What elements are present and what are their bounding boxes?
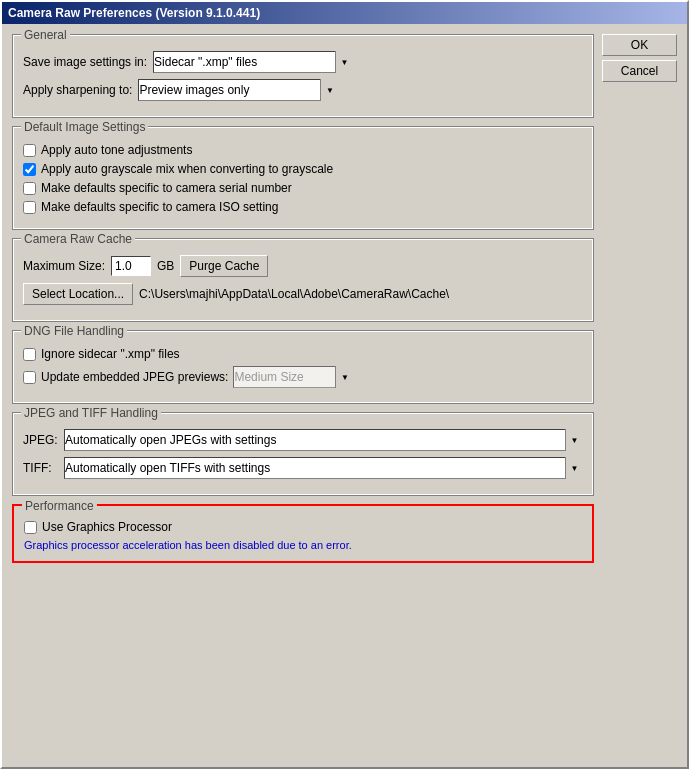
save-combo[interactable]: Sidecar ".xmp" files Camera Raw Database xyxy=(153,51,353,73)
performance-title: Performance xyxy=(22,499,97,513)
buttons-area: OK Cancel xyxy=(602,34,677,757)
sharpen-combo-wrapper: Preview images only All images ▼ xyxy=(138,79,338,101)
jpeg-combo[interactable]: Automatically open JPEGs with settings A… xyxy=(64,429,583,451)
general-group: General Save image settings in: Sidecar … xyxy=(12,34,594,118)
default-image-title: Default Image Settings xyxy=(21,120,148,134)
dng-title: DNG File Handling xyxy=(21,324,127,338)
cache-group: Camera Raw Cache Maximum Size: GB Purge … xyxy=(12,238,594,322)
update-jpeg-row: Update embedded JPEG previews: Medium Si… xyxy=(23,366,583,388)
cache-title: Camera Raw Cache xyxy=(21,232,135,246)
camera-serial-label: Make defaults specific to camera serial … xyxy=(41,181,292,195)
cache-path: C:\Users\majhi\AppData\Local\Adobe\Camer… xyxy=(139,287,449,301)
tiff-combo-wrapper: Automatically open TIFFs with settings A… xyxy=(64,457,583,479)
title-bar-text: Camera Raw Preferences (Version 9.1.0.44… xyxy=(8,6,260,20)
camera-iso-label: Make defaults specific to camera ISO set… xyxy=(41,200,278,214)
max-size-label: Maximum Size: xyxy=(23,259,105,273)
save-combo-wrapper: Sidecar ".xmp" files Camera Raw Database… xyxy=(153,51,353,73)
gb-label: GB xyxy=(157,259,174,273)
jpeg-tiff-title: JPEG and TIFF Handling xyxy=(21,406,161,420)
max-size-row: Maximum Size: GB Purge Cache xyxy=(23,255,583,277)
auto-tone-checkbox[interactable] xyxy=(23,144,36,157)
performance-group: Performance Use Graphics Processor Graph… xyxy=(12,504,594,563)
default-image-settings-group: Default Image Settings Apply auto tone a… xyxy=(12,126,594,230)
save-label: Save image settings in: xyxy=(23,55,147,69)
auto-grayscale-row: Apply auto grayscale mix when converting… xyxy=(23,162,583,176)
auto-grayscale-label: Apply auto grayscale mix when converting… xyxy=(41,162,333,176)
select-location-row: Select Location... C:\Users\majhi\AppDat… xyxy=(23,283,583,305)
max-size-input[interactable] xyxy=(111,256,151,276)
jpeg-tiff-group: JPEG and TIFF Handling JPEG: Automatical… xyxy=(12,412,594,496)
main-window: Camera Raw Preferences (Version 9.1.0.44… xyxy=(0,0,689,769)
tiff-row: TIFF: Automatically open TIFFs with sett… xyxy=(23,457,583,479)
tiff-label: TIFF: xyxy=(23,461,58,475)
camera-iso-checkbox[interactable] xyxy=(23,201,36,214)
use-gpu-row: Use Graphics Processor xyxy=(24,520,582,534)
save-settings-row: Save image settings in: Sidecar ".xmp" f… xyxy=(23,51,583,73)
ignore-sidecar-checkbox[interactable] xyxy=(23,348,36,361)
auto-tone-row: Apply auto tone adjustments xyxy=(23,143,583,157)
sharpen-row: Apply sharpening to: Preview images only… xyxy=(23,79,583,101)
ignore-sidecar-row: Ignore sidecar ".xmp" files xyxy=(23,347,583,361)
jpeg-combo-wrapper: Automatically open JPEGs with settings A… xyxy=(64,429,583,451)
select-location-button[interactable]: Select Location... xyxy=(23,283,133,305)
tiff-combo[interactable]: Automatically open TIFFs with settings A… xyxy=(64,457,583,479)
use-gpu-label: Use Graphics Processor xyxy=(42,520,172,534)
purge-cache-button[interactable]: Purge Cache xyxy=(180,255,268,277)
sharpen-combo[interactable]: Preview images only All images xyxy=(138,79,338,101)
jpeg-row: JPEG: Automatically open JPEGs with sett… xyxy=(23,429,583,451)
cancel-button[interactable]: Cancel xyxy=(602,60,677,82)
title-bar: Camera Raw Preferences (Version 9.1.0.44… xyxy=(2,2,687,24)
auto-tone-label: Apply auto tone adjustments xyxy=(41,143,192,157)
camera-iso-row: Make defaults specific to camera ISO set… xyxy=(23,200,583,214)
camera-serial-checkbox[interactable] xyxy=(23,182,36,195)
update-jpeg-checkbox[interactable] xyxy=(23,371,36,384)
jpeg-preview-combo[interactable]: Medium Size Full Size Disabled xyxy=(233,366,353,388)
jpeg-preview-combo-wrapper: Medium Size Full Size Disabled ▼ xyxy=(233,366,353,388)
ok-button[interactable]: OK xyxy=(602,34,677,56)
general-title: General xyxy=(21,28,70,42)
jpeg-label: JPEG: xyxy=(23,433,58,447)
update-jpeg-label: Update embedded JPEG previews: xyxy=(41,370,228,384)
use-gpu-checkbox[interactable] xyxy=(24,521,37,534)
sharpen-label: Apply sharpening to: xyxy=(23,83,132,97)
gpu-note: Graphics processor acceleration has been… xyxy=(24,539,582,551)
auto-grayscale-checkbox[interactable] xyxy=(23,163,36,176)
dng-group: DNG File Handling Ignore sidecar ".xmp" … xyxy=(12,330,594,404)
camera-serial-row: Make defaults specific to camera serial … xyxy=(23,181,583,195)
main-area: General Save image settings in: Sidecar … xyxy=(12,34,594,757)
ignore-sidecar-label: Ignore sidecar ".xmp" files xyxy=(41,347,180,361)
